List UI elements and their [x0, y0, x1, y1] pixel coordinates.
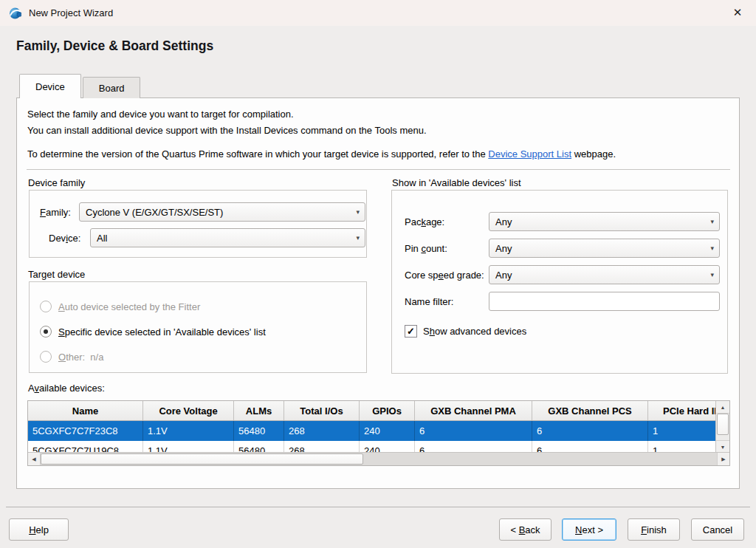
device-dropdown-value: All	[97, 233, 107, 244]
intro-separator	[27, 169, 730, 170]
column-header-alms[interactable]: ALMs	[234, 401, 284, 420]
device-label: Device:	[49, 233, 80, 244]
chevron-down-icon: ▾	[710, 244, 714, 252]
page-title: Family, Device & Board Settings	[16, 38, 213, 54]
pin-count-label: Pin count:	[405, 243, 447, 254]
horizontal-scrollbar[interactable]: ◀ ▶	[28, 452, 729, 465]
pin-count-dropdown[interactable]: Any ▾	[489, 239, 720, 258]
cell-gxb-pma: 6	[415, 421, 532, 441]
family-label: Family:	[40, 207, 71, 218]
package-label: Package:	[405, 216, 444, 227]
show-filters-group: Package: Any ▾ Pin count: Any ▾ Core spe…	[391, 190, 728, 374]
support-line: To determine the version of the Quartus …	[27, 148, 616, 160]
column-header-core-voltage[interactable]: Core Voltage	[143, 401, 234, 420]
cell-core-voltage: 1.1V	[143, 421, 234, 441]
intro-line-2: You can install additional device suppor…	[27, 125, 427, 136]
chevron-down-icon: ▾	[710, 271, 714, 278]
core-speed-grade-dropdown[interactable]: Any ▾	[489, 265, 720, 284]
quartus-logo-icon	[9, 7, 22, 20]
horizontal-scrollbar-thumb[interactable]	[41, 453, 363, 465]
name-filter-input[interactable]	[489, 292, 720, 311]
radio-other: Other: n/a	[40, 349, 103, 364]
vertical-scrollbar[interactable]: ▲ ▼	[715, 401, 729, 453]
cell-gxb-pcs: 6	[532, 421, 648, 441]
close-icon[interactable]: ✕	[730, 5, 745, 20]
radio-specific-device[interactable]: Specific device selected in 'Available d…	[40, 324, 266, 339]
available-devices-label: Available devices:	[28, 383, 105, 394]
package-dropdown-value: Any	[495, 216, 512, 227]
column-header-gpios[interactable]: GPIOs	[360, 401, 415, 420]
radio-auto-device: Auto device selected by the Fitter	[40, 299, 200, 314]
radio-selected-icon	[40, 326, 52, 338]
chevron-down-icon: ▾	[710, 218, 714, 225]
cell-total-ios: 268	[284, 421, 360, 441]
name-filter-label: Name filter:	[405, 296, 453, 307]
checkbox-checked-icon[interactable]: ✓	[405, 325, 417, 338]
radio-other-label: Other: n/a	[58, 352, 103, 363]
support-line-prefix: To determine the version of the Quartus …	[27, 148, 488, 160]
table-header-row: Name Core Voltage ALMs Total I/Os GPIOs …	[28, 401, 729, 421]
vertical-scrollbar-thumb[interactable]	[717, 414, 729, 435]
device-support-list-link[interactable]: Device Support List	[488, 148, 571, 160]
tab-bar: Device Board	[19, 74, 142, 98]
cell-gpios: 240	[360, 421, 415, 441]
device-family-group-label: Device family	[28, 177, 85, 188]
target-device-group: Auto device selected by the Fitter Speci…	[29, 281, 367, 373]
new-project-wizard-dialog: New Project Wizard ✕ Family, Device & Bo…	[0, 0, 756, 548]
cell-alms: 56480	[234, 421, 284, 441]
package-dropdown[interactable]: Any ▾	[489, 212, 720, 231]
cancel-button[interactable]: Cancel	[691, 518, 744, 541]
chevron-down-icon: ▾	[356, 208, 360, 216]
scroll-up-icon[interactable]: ▲	[716, 401, 729, 414]
family-dropdown[interactable]: Cyclone V (E/GX/GT/SX/SE/ST) ▾	[79, 202, 365, 222]
column-header-total-ios[interactable]: Total I/Os	[284, 401, 360, 420]
core-speed-grade-dropdown-value: Any	[495, 270, 512, 281]
available-devices-table: Name Core Voltage ALMs Total I/Os GPIOs …	[27, 400, 730, 466]
column-header-gxb-channel-pcs[interactable]: GXB Channel PCS	[532, 401, 648, 420]
device-dropdown[interactable]: All ▾	[90, 228, 365, 247]
finish-button[interactable]: Finish	[628, 518, 680, 541]
cell-name: 5CGXFC7C7F23C8	[28, 421, 143, 441]
radio-icon	[40, 351, 52, 363]
checkmark-icon: ✓	[407, 326, 415, 336]
table-row-selected[interactable]: 5CGXFC7C7F23C8 1.1V 56480 268 240 6 6 1	[28, 421, 729, 441]
titlebar: New Project Wizard ✕	[0, 0, 756, 26]
radio-specific-device-label: Specific device selected in 'Available d…	[58, 326, 266, 338]
target-device-group-label: Target device	[28, 269, 85, 280]
family-dropdown-value: Cyclone V (E/GX/GT/SX/SE/ST)	[86, 207, 223, 218]
radio-auto-device-label: Auto device selected by the Fitter	[58, 301, 200, 312]
intro-line-1: Select the family and device you want to…	[27, 109, 294, 120]
radio-icon	[40, 301, 52, 312]
chevron-down-icon: ▾	[356, 234, 360, 242]
tab-device[interactable]: Device	[19, 74, 81, 98]
tab-board[interactable]: Board	[83, 77, 141, 98]
scroll-left-icon[interactable]: ◀	[28, 453, 41, 465]
show-advanced-devices-label: Show advanced devices	[423, 326, 526, 337]
column-header-name[interactable]: Name	[28, 401, 143, 420]
pin-count-dropdown-value: Any	[495, 243, 512, 254]
window-title: New Project Wizard	[29, 7, 113, 18]
help-button[interactable]: Help	[9, 518, 69, 541]
scroll-down-icon[interactable]: ▼	[716, 440, 729, 453]
core-speed-grade-label: Core speed grade:	[405, 270, 484, 281]
next-button[interactable]: Next >	[562, 518, 616, 541]
show-filters-group-label: Show in 'Available devices' list	[392, 177, 521, 188]
show-advanced-devices-checkbox-row[interactable]: ✓ Show advanced devices	[405, 325, 526, 338]
footer-separator	[6, 507, 750, 507]
scroll-right-icon[interactable]: ▶	[717, 453, 729, 465]
device-tab-pane: Select the family and device you want to…	[16, 97, 740, 489]
back-button[interactable]: < Back	[499, 518, 551, 541]
support-line-suffix: webpage.	[571, 148, 616, 160]
column-header-gxb-channel-pma[interactable]: GXB Channel PMA	[415, 401, 532, 420]
device-family-group: Family: Cyclone V (E/GX/GT/SX/SE/ST) ▾ D…	[29, 190, 367, 258]
